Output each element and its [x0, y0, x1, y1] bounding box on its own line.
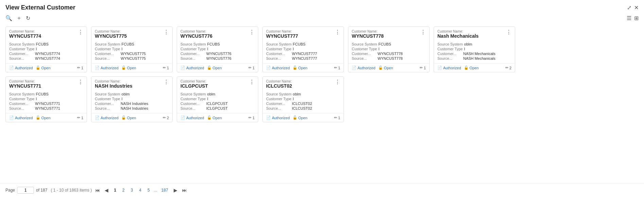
- field-value: I: [207, 97, 208, 101]
- field-label: Customer...: [9, 52, 34, 56]
- card-menu-icon[interactable]: ⋮: [335, 30, 340, 35]
- field-value: WYNCUST777: [292, 56, 317, 60]
- page-3-button[interactable]: 3: [129, 187, 135, 193]
- card-menu-icon[interactable]: ⋮: [420, 30, 426, 35]
- field-value: ICLGPCUST: [206, 106, 228, 110]
- card-menu-icon[interactable]: ⋮: [78, 30, 83, 35]
- refresh-icon[interactable]: ↻: [26, 15, 30, 21]
- card-menu-icon[interactable]: ⋮: [163, 30, 169, 35]
- field-label: Source System: [9, 92, 35, 96]
- open-button[interactable]: 🔓 Open: [36, 66, 51, 70]
- open-button[interactable]: 🔓 Open: [464, 66, 479, 70]
- field-value: FCUBS: [36, 92, 49, 96]
- total-pages: of 187: [36, 188, 47, 193]
- first-page-button[interactable]: ⏮: [94, 187, 101, 194]
- card-menu-icon[interactable]: ⋮: [249, 79, 255, 85]
- card-menu-icon[interactable]: ⋮: [163, 79, 169, 85]
- authorized-button[interactable]: 📄 Authorized: [180, 115, 204, 120]
- cards-area: Customer Name: WYNCUST774 ⋮ Source Syste…: [0, 24, 644, 183]
- field-label: Source System: [180, 92, 206, 96]
- authorized-icon: 📄: [437, 66, 442, 70]
- field-label: Customer...: [266, 102, 291, 106]
- page-2-button[interactable]: 2: [120, 187, 127, 193]
- card-menu-icon[interactable]: ⋮: [78, 79, 83, 85]
- edit-icon: ✏: [334, 115, 337, 120]
- page-title: View External Customer: [5, 4, 75, 11]
- card-name-label: Customer Name:: [437, 30, 478, 33]
- field-value: WYNCUST774: [35, 52, 60, 56]
- edit-icon: ✏: [163, 66, 166, 70]
- card-wyncust771: Customer Name: WYNCUST771 ⋮ Source Syste…: [5, 76, 87, 122]
- field-value: NASH Industries: [121, 106, 148, 110]
- edit-count: ✏1: [248, 115, 255, 120]
- card-name-value: WYNCUST777: [266, 33, 298, 39]
- page-4-button[interactable]: 4: [137, 187, 143, 193]
- last-page-button[interactable]: ⏭: [181, 187, 188, 194]
- page-5-button[interactable]: 5: [145, 187, 152, 193]
- open-button[interactable]: 🔓 Open: [36, 115, 51, 120]
- search-icon[interactable]: 🔍: [5, 15, 12, 21]
- open-button[interactable]: 🔓 Open: [293, 66, 308, 70]
- list-view-icon[interactable]: ☰: [627, 15, 631, 21]
- page-1-button[interactable]: 1: [112, 187, 118, 193]
- edit-count: ✏1: [163, 66, 169, 70]
- field-value: NASH Mechanicals: [463, 56, 495, 60]
- prev-page-button[interactable]: ◀: [103, 187, 110, 194]
- field-label: Source...: [437, 56, 462, 60]
- card-name-value: Nash Mechanicals: [437, 33, 478, 39]
- authorized-icon: 📄: [9, 66, 14, 70]
- card-menu-icon[interactable]: ⋮: [506, 30, 511, 35]
- edit-count: ✏2: [163, 115, 169, 120]
- authorized-button[interactable]: 📄 Authorized: [266, 115, 290, 120]
- open-button[interactable]: 🔓 Open: [121, 115, 136, 120]
- authorized-button[interactable]: 📄 Authorized: [437, 66, 461, 70]
- card-name-label: Customer Name:: [95, 30, 127, 33]
- card-name-label: Customer Name:: [9, 30, 41, 33]
- cards-row-2: Customer Name: WYNCUST771 ⋮ Source Syste…: [5, 76, 639, 122]
- open-button[interactable]: 🔓 Open: [207, 66, 222, 70]
- page-label: Page: [5, 188, 15, 193]
- authorized-button[interactable]: 📄 Authorized: [266, 66, 290, 70]
- field-value: NASH Mechanicals: [463, 52, 495, 56]
- authorized-button[interactable]: 📄 Authorized: [180, 66, 204, 70]
- card-iclgpcust: Customer Name: ICLGPCUST ⋮ Source System…: [177, 76, 258, 122]
- field-value: WYNCUST776: [206, 56, 231, 60]
- field-label: Customer...: [9, 102, 34, 106]
- edit-icon: ✏: [420, 66, 423, 70]
- page-input[interactable]: [17, 187, 34, 194]
- open-button[interactable]: 🔓 Open: [378, 66, 393, 70]
- authorized-icon: 📄: [180, 66, 185, 70]
- expand-icon[interactable]: ⤢: [627, 4, 631, 11]
- pagination-dots: ...: [154, 188, 157, 193]
- add-icon[interactable]: ＋: [16, 15, 22, 22]
- pagination-info: ( 1 - 10 of 1863 items ): [51, 188, 92, 193]
- field-value: WYNCUST778: [378, 52, 403, 56]
- authorized-button[interactable]: 📄 Authorized: [95, 115, 119, 120]
- card-menu-icon[interactable]: ⋮: [249, 30, 255, 35]
- lock-icon: 🔓: [378, 66, 383, 70]
- field-label: Source System: [95, 42, 120, 46]
- card-name-label: Customer Name:: [180, 79, 208, 83]
- open-button[interactable]: 🔓 Open: [121, 66, 136, 70]
- field-label: Source System: [266, 42, 292, 46]
- page-187-button[interactable]: 187: [159, 187, 170, 193]
- open-button[interactable]: 🔓 Open: [207, 115, 222, 120]
- field-label: Customer...: [437, 52, 462, 56]
- open-button[interactable]: 🔓 Open: [293, 115, 308, 120]
- field-value: WYNCUST778: [378, 56, 403, 60]
- field-label: Customer Type: [352, 47, 377, 51]
- field-label: Customer Type: [437, 47, 463, 51]
- card-menu-icon[interactable]: ⋮: [335, 79, 340, 85]
- field-value: FCUBS: [122, 42, 134, 46]
- authorized-button[interactable]: 📄 Authorized: [9, 115, 33, 120]
- edit-icon: ✏: [248, 66, 251, 70]
- close-icon[interactable]: ✕: [634, 4, 639, 11]
- field-value: I: [293, 97, 294, 101]
- authorized-button[interactable]: 📄 Authorized: [352, 66, 376, 70]
- authorized-button[interactable]: 📄 Authorized: [9, 66, 33, 70]
- authorized-button[interactable]: 📄 Authorized: [95, 66, 119, 70]
- next-page-button[interactable]: ▶: [172, 187, 179, 194]
- card-wyncust777: Customer Name: WYNCUST777 ⋮ Source Syste…: [262, 26, 344, 72]
- grid-view-icon[interactable]: ⊞: [634, 15, 639, 21]
- edit-count: ✏2: [505, 66, 511, 70]
